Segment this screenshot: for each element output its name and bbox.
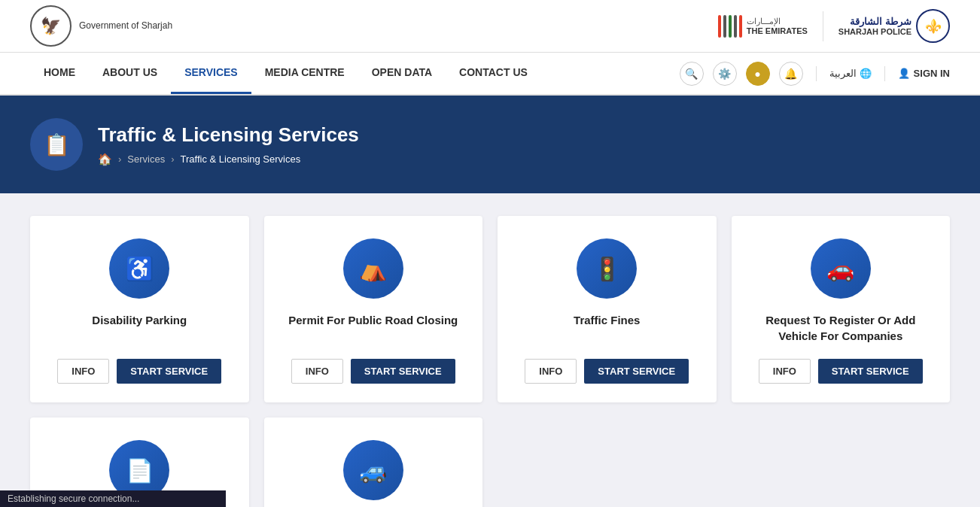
licensing-package-icon: 🚙 [343,440,403,500]
police-arabic: شرطة الشارقة [838,16,912,27]
status-message: Establishing secure connection... [8,493,139,504]
breadcrumb-current: Traffic & Licensing Services [181,153,301,165]
register-vehicle-start-button[interactable]: START SERVICE [818,359,923,384]
card-public-road-closing: ⛺ Permit For Public Road Closing INFO ST… [264,216,483,402]
stripe-red2 [739,15,742,38]
nav-divider [816,66,817,81]
empty-slot-3 [498,417,717,507]
sharjah-police-logo: شرطة الشارقة SHARJAH POLICE ⚜️ [838,9,950,43]
register-vehicle-actions: INFO START SERVICE [747,359,936,384]
disability-parking-actions: INFO START SERVICE [45,359,234,384]
public-road-closing-actions: INFO START SERVICE [279,359,468,384]
public-road-closing-icon: ⛺ [343,238,403,299]
nav-utilities: 🔍 ⚙️ ● 🔔 العربية 🌐 👤 SIGN IN [680,62,950,86]
police-text: شرطة الشارقة SHARJAH POLICE [838,16,912,36]
traffic-fines-info-button[interactable]: INFO [525,359,577,384]
arabic-label: العربية [829,68,857,79]
logo-divider [823,11,823,41]
breadcrumb-sep1: › [118,153,121,165]
nav-media[interactable]: MEDIA CENTRE [251,53,358,94]
traffic-fines-title: Traffic Fines [574,312,640,344]
emirates-arabic: الإمـــارات [747,17,808,26]
banner-icon: 📋 [30,118,83,171]
card-traffic-fines: 🚦 Traffic Fines INFO START SERVICE [498,216,717,402]
register-vehicle-icon: 🚗 [811,238,871,299]
breadcrumb-home-icon[interactable]: 🏠 [98,153,112,166]
traffic-fines-icon: 🚦 [577,238,637,299]
user-icon: 👤 [898,68,910,79]
nav-home[interactable]: HOME [30,53,89,94]
emirates-english: THE EMIRATES [747,26,808,35]
gold-badge-icon[interactable]: ● [746,62,770,86]
emirates-text: الإمـــارات THE EMIRATES [747,17,808,35]
banner-content: Traffic & Licensing Services 🏠 › Service… [98,123,359,166]
gov-logo-emblem: 🦅 [30,5,72,47]
header-right-logos: الإمـــارات THE EMIRATES شرطة الشارقة SH… [718,9,950,43]
register-vehicle-title: Request To Register Or Add Vehicle For C… [747,312,936,344]
main-nav: HOME ABOUT US SERVICES MEDIA CENTRE OPEN… [0,53,980,96]
empty-slot-4 [732,417,951,507]
stripe-red [718,15,721,38]
traffic-fines-actions: INFO START SERVICE [513,359,702,384]
header: 🦅 Government of Sharjah الإمـــارات THE … [0,0,980,53]
stripe-grey [723,15,726,38]
public-road-closing-start-button[interactable]: START SERVICE [351,359,455,384]
globe-icon: 🌐 [860,68,872,79]
service-cards-row1: ♿ Disability Parking INFO START SERVICE … [30,216,950,402]
settings-icon[interactable]: ⚙️ [713,62,737,86]
stripe-grey2 [734,15,737,38]
nav-services[interactable]: SERVICES [171,53,251,94]
nav-opendata[interactable]: OPEN DATA [358,53,446,94]
sign-in-label: SIGN IN [914,68,950,79]
nav-links: HOME ABOUT US SERVICES MEDIA CENTRE OPEN… [30,53,541,94]
status-bar: Establishing secure connection... [0,490,226,507]
disability-parking-info-button[interactable]: INFO [57,359,109,384]
page-title: Traffic & Licensing Services [98,123,359,147]
gov-logo-text: Government of Sharjah [79,20,172,32]
card-licensing-package: 🚙 Traffic and Licensing Services Package [264,417,483,507]
page-banner: 📋 Traffic & Licensing Services 🏠 › Servi… [0,96,980,193]
emirates-stripes [718,15,742,38]
traffic-fines-start-button[interactable]: START SERVICE [584,359,689,384]
breadcrumb-sep2: › [171,153,174,165]
disability-parking-start-button[interactable]: START SERVICE [117,359,221,384]
police-english: SHARJAH POLICE [838,27,912,36]
emirates-logo: الإمـــارات THE EMIRATES [718,15,808,38]
disability-parking-icon: ♿ [109,238,169,299]
arabic-language-btn[interactable]: العربية 🌐 [829,68,872,79]
disability-parking-title: Disability Parking [92,312,187,344]
main-content: ♿ Disability Parking INFO START SERVICE … [0,193,980,507]
nav-about[interactable]: ABOUT US [89,53,171,94]
nav-contact[interactable]: CONTACT US [446,53,541,94]
police-badge-icon: ⚜️ [916,9,950,43]
org-name-label: Government of Sharjah [79,20,172,31]
public-road-closing-info-button[interactable]: INFO [291,359,343,384]
stripe-green [729,15,732,38]
header-logo-area: 🦅 Government of Sharjah [30,5,172,47]
breadcrumb: 🏠 › Services › Traffic & Licensing Servi… [98,153,359,166]
public-road-closing-title: Permit For Public Road Closing [288,312,458,344]
sign-in-button[interactable]: 👤 SIGN IN [898,68,950,79]
notifications-icon[interactable]: 🔔 [779,62,803,86]
card-register-vehicle: 🚗 Request To Register Or Add Vehicle For… [732,216,951,402]
search-icon[interactable]: 🔍 [680,62,704,86]
register-vehicle-info-button[interactable]: INFO [759,359,811,384]
breadcrumb-services-link[interactable]: Services [127,153,165,165]
card-disability-parking: ♿ Disability Parking INFO START SERVICE [30,216,249,402]
nav-divider2 [884,66,885,81]
